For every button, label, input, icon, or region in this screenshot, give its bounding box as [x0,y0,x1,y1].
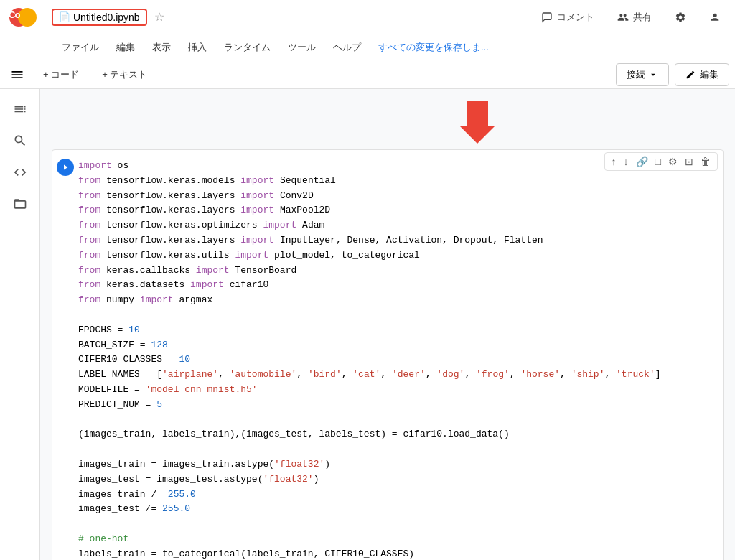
settings-button[interactable] [669,9,692,26]
share-icon [617,11,629,23]
code-line: # one-hot [78,532,714,547]
add-text-button[interactable]: + テキスト [93,65,156,84]
code-line: from tensorflow.keras.models import Sequ… [78,174,714,189]
sidebar-toggle[interactable] [6,63,29,86]
file-name-container[interactable]: 📄 Untitled0.ipynb [52,9,147,26]
menu-tools[interactable]: ツール [281,38,323,57]
share-button[interactable]: 共有 [612,8,657,27]
code-line: images_test = images_test.astype('float3… [78,472,714,487]
code-line: LABEL_NAMES = ['airplane', 'automobile',… [78,368,714,383]
top-bar-right: コメント 共有 [535,8,726,27]
svg-point-2 [713,13,716,17]
menu-help[interactable]: ヘルプ [326,38,368,57]
share-label: 共有 [633,11,652,24]
edit-label: 編集 [700,68,718,81]
toolbar: + コード + テキスト 接続 編集 [0,60,735,89]
cell-link-icon[interactable]: 🔗 [634,154,650,169]
sidebar-toc-icon[interactable] [6,95,34,123]
code-line: from tensorflow.keras.layers import Inpu… [78,233,714,248]
cell-delete-icon[interactable]: 🗑 [698,154,713,169]
account-button[interactable] [703,9,726,26]
cell-settings-icon[interactable]: ⚙ [666,154,680,169]
code-line: MODELFILE = 'model_cnn_mnist.h5' [78,383,714,398]
code-line: from numpy import argmax [78,293,714,308]
connect-label: 接続 [627,68,645,81]
logo-text: Co [9,9,19,20]
code-line: labels_train = to_categorical(labels_tra… [78,547,714,560]
comment-icon [541,11,553,23]
account-icon [709,11,721,23]
code-line: PREDICT_NUM = 5 [78,398,714,413]
cell-move-up-icon[interactable]: ↑ [609,154,619,169]
top-bar: Co 📄 Untitled0.ipynb ☆ コメント 共有 [0,0,735,34]
colab-logo[interactable]: Co [9,3,37,32]
code-line: from tensorflow.keras.layers import MaxP… [78,203,714,218]
cell-code-content[interactable]: import osfrom tensorflow.keras.models im… [78,150,723,560]
code-line [78,308,714,323]
code-cell-wrapper: ↑ ↓ 🔗 □ ⚙ ⊡ 🗑 import osfrom tensorflow.k… [52,149,724,560]
sidebar-code-icon[interactable] [6,158,34,187]
hamburger-icon [10,67,24,82]
toolbar-right: 接続 編集 [616,63,729,86]
add-code-button[interactable]: + コード [34,65,88,84]
code-line: (images_train, labels_train),(images_tes… [78,427,714,442]
code-line [78,442,714,457]
toolbar-left: + コード + テキスト [34,65,156,84]
main-content: ↑ ↓ 🔗 □ ⚙ ⊡ 🗑 import osfrom tensorflow.k… [0,89,735,560]
cell-move-down-icon[interactable]: ↓ [622,154,631,169]
cell-run-button[interactable] [52,150,78,560]
code-line: images_train = images_train.astype('floa… [78,457,714,472]
code-line: BATCH_SIZE = 128 [78,338,714,353]
connect-button[interactable]: 接続 [616,63,669,86]
cell-actions-bar: ↑ ↓ 🔗 □ ⚙ ⊡ 🗑 [604,152,718,171]
star-icon[interactable]: ☆ [154,10,164,24]
pencil-icon [685,70,696,80]
menu-edit[interactable]: 編集 [109,38,142,57]
save-link[interactable]: すべての変更を保存しま... [371,38,496,57]
code-cell: import osfrom tensorflow.keras.models im… [52,149,724,560]
code-line: from tensorflow.keras.optimizers import … [78,218,714,233]
code-line: from tensorflow.keras.utils import plot_… [78,248,714,263]
sidebar-search-icon[interactable] [6,126,34,155]
sidebar-files-icon[interactable] [6,190,34,218]
code-line: from tensorflow.keras.layers import Conv… [78,189,714,204]
run-circle[interactable] [57,159,74,176]
svg-marker-3 [459,101,495,144]
notebook-area: ↑ ↓ 🔗 □ ⚙ ⊡ 🗑 import osfrom tensorflow.k… [40,89,735,560]
comment-button[interactable]: コメント [535,8,600,27]
svg-point-1 [18,8,37,27]
add-text-label: + テキスト [102,68,147,81]
menu-runtime[interactable]: ランタイム [217,38,278,57]
code-line: from keras.callbacks import TensorBoard [78,263,714,279]
code-line [78,413,714,428]
edit-button[interactable]: 編集 [675,63,729,86]
connect-chevron-icon [648,70,658,80]
gear-icon [675,11,686,23]
menu-view[interactable]: 表示 [145,38,178,57]
comment-label: コメント [557,11,594,24]
cell-expand-icon[interactable]: ⊡ [683,154,696,169]
menu-insert[interactable]: 挿入 [181,38,214,57]
left-sidebar [0,89,40,560]
cell-copy-icon[interactable]: □ [653,154,663,169]
code-line: EPOCHS = 10 [78,323,714,338]
arrow-annotation [231,101,724,144]
add-code-label: + コード [43,68,79,81]
menu-file[interactable]: ファイル [55,38,106,57]
code-line: CIFER10_CLASSES = 10 [78,353,714,368]
code-line: images_train /= 255.0 [78,487,714,503]
code-line: images_test /= 255.0 [78,502,714,517]
down-arrow-icon [459,101,495,144]
file-icon: 📄 [59,11,70,22]
file-name[interactable]: Untitled0.ipynb [73,11,140,23]
code-line: from keras.datasets import cifar10 [78,278,714,293]
menu-bar: ファイル 編集 表示 挿入 ランタイム ツール ヘルプ すべての変更を保存しま.… [0,34,735,60]
code-line [78,517,714,532]
